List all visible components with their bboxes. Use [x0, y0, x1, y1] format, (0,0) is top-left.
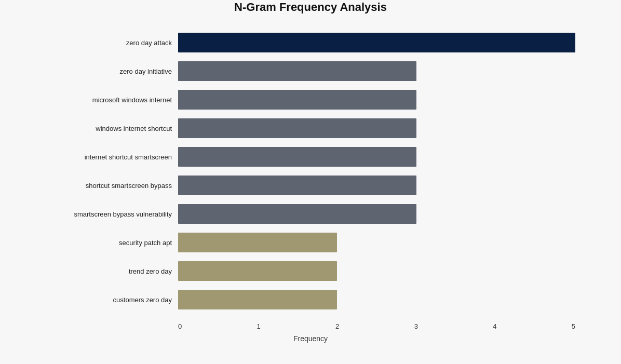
x-axis-title: Frequency — [46, 334, 575, 343]
bar-label: windows internet shortcut — [46, 125, 178, 132]
bar-track — [178, 33, 575, 52]
bar-label: microsoft windows internet — [46, 96, 178, 104]
x-tick-label: 4 — [493, 322, 496, 330]
x-axis-area: 012345 — [46, 320, 575, 331]
bar-track — [178, 176, 575, 195]
bar-fill — [178, 90, 416, 110]
bar-track — [178, 204, 575, 224]
bar-row: smartscreen bypass vulnerability — [46, 201, 575, 227]
x-tick-label: 2 — [335, 322, 339, 330]
x-tick-label: 0 — [178, 322, 182, 330]
bar-fill — [178, 290, 337, 309]
bar-track — [178, 290, 575, 309]
bar-row: zero day initiative — [46, 58, 575, 84]
bar-track — [178, 261, 575, 281]
bar-row: zero day attack — [46, 30, 575, 56]
bar-fill — [178, 233, 337, 252]
bar-row: trend zero day — [46, 258, 575, 284]
bar-label: customers zero day — [46, 296, 178, 304]
bar-row: windows internet shortcut — [46, 115, 575, 141]
x-axis-labels: 012345 — [178, 320, 575, 331]
bar-track — [178, 233, 575, 252]
bar-label: security patch apt — [46, 239, 178, 247]
bar-track — [178, 61, 575, 81]
bar-row: shortcut smartscreen bypass — [46, 172, 575, 198]
bar-row: internet shortcut smartscreen — [46, 144, 575, 170]
bar-track-wrapper — [178, 61, 575, 81]
bar-label: shortcut smartscreen bypass — [46, 182, 178, 190]
chart-title: N-Gram Frequency Analysis — [46, 1, 575, 14]
chart-body: zero day attackzero day initiativemicros… — [46, 30, 575, 315]
x-tick-label: 3 — [414, 322, 418, 330]
bar-track — [178, 147, 575, 167]
bar-fill — [178, 61, 416, 81]
bar-track-wrapper — [178, 90, 575, 110]
x-tick-label: 1 — [257, 322, 261, 330]
bar-label: zero day initiative — [46, 68, 178, 75]
bar-row: security patch apt — [46, 230, 575, 255]
bar-track-wrapper — [178, 147, 575, 167]
bar-label: smartscreen bypass vulnerability — [46, 210, 178, 218]
bar-fill — [178, 147, 416, 167]
bar-row: microsoft windows internet — [46, 87, 575, 113]
bar-fill — [178, 204, 416, 224]
bar-label: zero day attack — [46, 39, 178, 47]
bar-track-wrapper — [178, 204, 575, 224]
bar-track-wrapper — [178, 33, 575, 52]
bar-fill — [178, 176, 416, 195]
bar-track — [178, 118, 575, 138]
bar-track — [178, 90, 575, 110]
bar-track-wrapper — [178, 118, 575, 138]
bar-label: trend zero day — [46, 267, 178, 275]
bar-fill — [178, 118, 416, 138]
bar-track-wrapper — [178, 233, 575, 252]
x-tick-label: 5 — [572, 322, 575, 330]
bar-fill — [178, 33, 575, 52]
bar-track-wrapper — [178, 261, 575, 281]
bar-track-wrapper — [178, 290, 575, 309]
bar-fill — [178, 261, 337, 281]
bar-label: internet shortcut smartscreen — [46, 153, 178, 161]
bar-row: customers zero day — [46, 287, 575, 313]
chart-container: N-Gram Frequency Analysis zero day attac… — [25, 0, 596, 364]
bar-track-wrapper — [178, 176, 575, 195]
